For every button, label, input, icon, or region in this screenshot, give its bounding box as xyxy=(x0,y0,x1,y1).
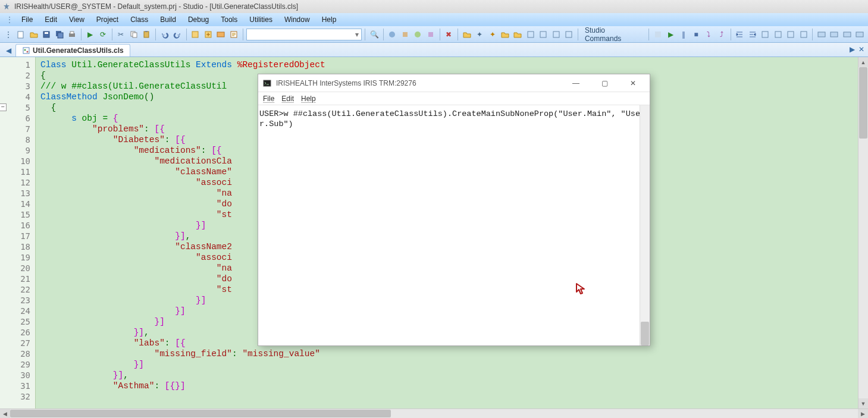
toolbar-separator xyxy=(578,29,578,40)
tb-icon[interactable] xyxy=(760,29,771,40)
debug-step-icon[interactable]: ⤵ xyxy=(703,29,715,40)
code-line[interactable]: "missing_field": "missing_value" xyxy=(40,348,863,359)
menu-debug[interactable]: Debug xyxy=(182,14,215,25)
scroll-track[interactable] xyxy=(10,409,394,418)
scroll-right-icon[interactable]: ▶ xyxy=(858,409,868,418)
terminal-menu-help[interactable]: Help xyxy=(301,95,316,103)
menu-tools[interactable]: Tools xyxy=(215,14,243,25)
scroll-thumb[interactable] xyxy=(859,67,867,139)
terminal-menu-edit[interactable]: Edit xyxy=(281,95,294,103)
debug-run-icon[interactable]: ▶ xyxy=(665,29,676,40)
tb-icon[interactable] xyxy=(412,29,424,40)
tb-icon[interactable]: ✦ xyxy=(474,29,485,40)
tb-icon[interactable] xyxy=(563,29,575,40)
menu-view[interactable]: View xyxy=(63,14,90,25)
tb-icon[interactable] xyxy=(785,29,796,40)
debug-go-icon[interactable] xyxy=(652,29,663,40)
toolbar-separator xyxy=(81,29,82,40)
scroll-track[interactable] xyxy=(858,67,868,398)
panel-icon[interactable] xyxy=(841,29,853,40)
code-line[interactable]: Class Util.GenerateClassUtils Extends %R… xyxy=(40,59,863,70)
folder-icon[interactable] xyxy=(512,29,524,40)
copy-icon[interactable] xyxy=(128,29,139,40)
cut-icon[interactable]: ✂ xyxy=(115,29,127,40)
line-number: 31 xyxy=(0,381,30,391)
menu-class[interactable]: Class xyxy=(124,14,154,25)
minimize-button[interactable]: — xyxy=(564,76,588,91)
saveall-icon[interactable] xyxy=(54,29,65,40)
debug-pause-icon[interactable]: ‖ xyxy=(678,29,689,40)
stop-icon[interactable]: ✖ xyxy=(443,29,454,40)
panel-icon[interactable] xyxy=(854,29,866,40)
debug-stop-icon[interactable]: ■ xyxy=(690,29,701,40)
tb-icon[interactable] xyxy=(425,29,436,40)
menu-edit[interactable]: Edit xyxy=(39,14,63,25)
scroll-left-icon[interactable]: ◀ xyxy=(0,409,10,418)
undo-icon[interactable] xyxy=(159,29,170,40)
scroll-up-icon[interactable]: ▲ xyxy=(858,57,868,67)
tb-icon[interactable] xyxy=(538,29,549,40)
tb-icon[interactable]: ✦ xyxy=(487,29,498,40)
code-line[interactable]: }] xyxy=(40,359,863,370)
menu-project[interactable]: Project xyxy=(90,14,124,25)
print-icon[interactable] xyxy=(66,29,77,40)
svg-point-15 xyxy=(389,32,395,37)
menu-window[interactable]: Window xyxy=(278,14,316,25)
tb-icon[interactable] xyxy=(798,29,809,40)
svg-rect-32 xyxy=(23,48,29,54)
tb-icon[interactable] xyxy=(525,29,536,40)
maximize-button[interactable]: ▢ xyxy=(593,76,616,91)
find-combo[interactable]: ▾ xyxy=(246,29,362,40)
item-icon[interactable] xyxy=(215,29,227,40)
find-icon[interactable]: 🔍 xyxy=(368,29,380,40)
toolbar-separator xyxy=(243,29,243,40)
line-number: 7 xyxy=(0,124,30,134)
save-icon[interactable] xyxy=(40,29,52,40)
tab-active[interactable]: Util.GenerateClassUtils.cls xyxy=(15,44,130,56)
terminal-body[interactable]: USER>w ##class(Util.GenerateClassUtils).… xyxy=(258,105,650,345)
outdent-icon[interactable] xyxy=(747,29,758,40)
open-icon[interactable] xyxy=(28,29,39,40)
build-icon[interactable]: ⟳ xyxy=(97,29,108,40)
folder-icon[interactable] xyxy=(461,29,472,40)
redo-icon[interactable] xyxy=(171,29,183,40)
toolbar-gripper[interactable]: ⋮ xyxy=(2,29,14,40)
menu-file[interactable]: File xyxy=(15,14,39,25)
panel-icon[interactable] xyxy=(816,29,827,40)
menubar-gripper[interactable]: ⋮ xyxy=(4,14,15,25)
tab-close-icon[interactable]: ✕ xyxy=(858,45,864,54)
terminal-menu-file[interactable]: File xyxy=(263,95,274,103)
debug-step-icon[interactable]: ⤴ xyxy=(716,29,727,40)
compile-icon[interactable]: ▶ xyxy=(84,29,96,40)
terminal-titlebar[interactable]: IRISHEALTH InterSystems IRIS TRM:29276 —… xyxy=(258,74,650,92)
new-icon[interactable] xyxy=(15,29,26,40)
tab-nav-left-icon[interactable]: ◀ xyxy=(4,45,13,56)
panel-icon[interactable] xyxy=(829,29,840,40)
close-button[interactable]: ✕ xyxy=(621,76,645,91)
editor-scrollbar-horizontal[interactable]: ◀ ▶ xyxy=(0,408,868,418)
code-line[interactable]: "Asthma": [{}] xyxy=(40,381,863,391)
folder-icon[interactable] xyxy=(499,29,510,40)
tb-icon[interactable] xyxy=(387,29,398,40)
scroll-thumb[interactable] xyxy=(10,410,391,417)
toolbar-separator xyxy=(812,29,813,40)
menu-build[interactable]: Build xyxy=(154,14,182,25)
indent-icon[interactable] xyxy=(734,29,745,40)
tab-nav-right-icon[interactable]: ▶ xyxy=(850,45,855,54)
scroll-down-icon[interactable]: ▼ xyxy=(858,398,868,408)
menu-help[interactable]: Help xyxy=(316,14,343,25)
tb-icon[interactable] xyxy=(550,29,562,40)
scroll-thumb[interactable] xyxy=(641,322,649,345)
item-icon[interactable] xyxy=(202,29,214,40)
item-icon[interactable] xyxy=(190,29,201,40)
terminal-window[interactable]: IRISHEALTH InterSystems IRIS TRM:29276 —… xyxy=(258,74,650,346)
paste-icon[interactable] xyxy=(140,29,152,40)
tb-icon[interactable] xyxy=(772,29,784,40)
svg-rect-19 xyxy=(528,32,534,37)
item-icon[interactable] xyxy=(228,29,239,40)
tb-icon[interactable] xyxy=(399,29,411,40)
menu-utilities[interactable]: Utilities xyxy=(243,14,278,25)
terminal-scrollbar[interactable] xyxy=(640,105,650,345)
code-line[interactable]: }], xyxy=(40,370,863,381)
editor-scrollbar-vertical[interactable]: ▲ ▼ xyxy=(858,57,868,408)
